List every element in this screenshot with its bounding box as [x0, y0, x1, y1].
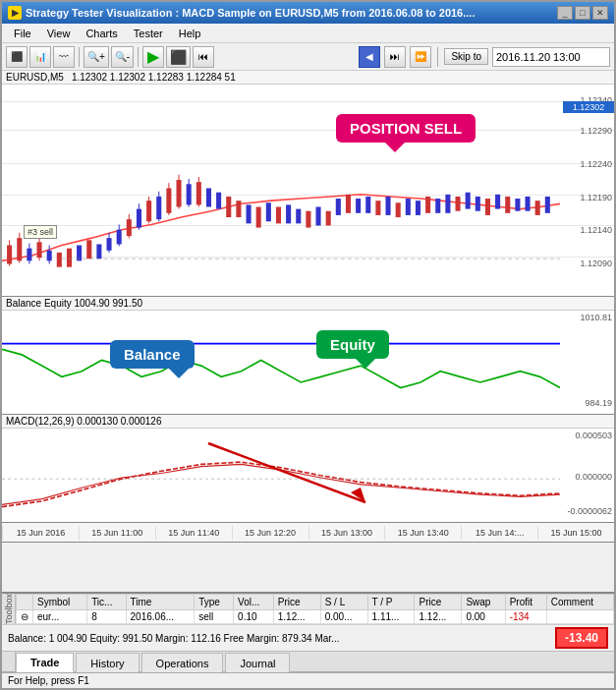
row-price: 1.12... — [273, 609, 320, 623]
toolbar-btn-2[interactable]: 📊 — [29, 46, 51, 68]
time-label-1: 15 Jun 11:00 — [79, 526, 155, 540]
col-icon — [17, 594, 33, 609]
svg-rect-43 — [286, 204, 291, 223]
svg-rect-46 — [316, 206, 321, 225]
tab-journal[interactable]: Journal — [225, 653, 290, 672]
row-time: 2016.06... — [126, 609, 195, 623]
toolbar-zoom-in[interactable]: 🔍+ — [84, 46, 109, 68]
svg-rect-40 — [256, 206, 261, 227]
menu-charts[interactable]: Charts — [78, 26, 125, 41]
time-label-5: 15 Jun 13:40 — [384, 526, 461, 540]
position-sell-label: Position SELL — [350, 120, 462, 137]
price-chart-header: EURUSD,M5 1.12302 1.12302 1.12283 1.1228… — [2, 71, 614, 85]
col-type: Type — [195, 594, 234, 609]
row-sl: 0.00... — [320, 609, 367, 623]
menu-tester[interactable]: Tester — [126, 26, 171, 41]
trade-table-area: Toolbox Symbol Tic... Time Type Vol... P… — [2, 594, 614, 624]
menu-file[interactable]: File — [6, 26, 39, 41]
trade-table[interactable]: Symbol Tic... Time Type Vol... Price S /… — [16, 594, 614, 624]
tab-operations[interactable]: Operations — [141, 653, 224, 672]
col-tp: T / P — [367, 594, 415, 609]
current-price-label: 1.12302 — [563, 101, 614, 113]
position-sell-callout: Position SELL — [336, 114, 476, 143]
menu-view[interactable]: View — [39, 26, 79, 41]
time-label-6: 15 Jun 14:... — [461, 526, 537, 540]
toolbar-back[interactable]: ⏮ — [193, 46, 214, 68]
skip-label[interactable]: Skip to — [444, 48, 488, 65]
tabs-strip — [2, 652, 16, 671]
svg-rect-39 — [247, 204, 252, 223]
svg-rect-58 — [435, 199, 440, 213]
svg-rect-57 — [425, 197, 430, 213]
macd-chart[interactable]: MACD(12,26,9) 0.000130 0.000126 0.000503… — [2, 415, 614, 523]
svg-rect-69 — [545, 197, 550, 213]
nav-btn-3[interactable]: ⏩ — [410, 46, 431, 68]
price-chart-canvas: 1.12340 1.12290 1.12240 1.12190 1.12140 … — [2, 85, 614, 292]
toolbar: ⬛ 📊 〰 🔍+ 🔍- ▶ ⬛ ⏮ ◀ ⏭ ⏩ Skip to — [2, 43, 614, 71]
price-symbol: EURUSD,M5 — [6, 72, 64, 83]
status-bar: Balance: 1 004.90 Equity: 991.50 Margin:… — [2, 624, 614, 651]
svg-rect-50 — [356, 199, 361, 213]
skip-input[interactable] — [492, 47, 610, 67]
toolbar-sep-2 — [138, 47, 139, 67]
toolbar-sep-3 — [437, 47, 438, 67]
row-icon: ⊖ — [17, 609, 33, 623]
minimize-button[interactable]: _ — [557, 6, 573, 20]
col-profit: Profit — [505, 594, 546, 609]
equity-callout: Equity — [316, 330, 389, 359]
row-ticket: 8 — [87, 609, 126, 623]
close-button[interactable]: ✕ — [592, 6, 608, 20]
balance-callout: Balance — [110, 340, 195, 369]
table-row[interactable]: ⊖ eur... 8 2016.06... sell 0.10 1.12... … — [17, 609, 614, 623]
time-label-4: 15 Jun 13:00 — [308, 526, 385, 540]
col-symbol: Symbol — [33, 594, 87, 609]
row-current-price: 1.12... — [415, 609, 462, 623]
menu-help[interactable]: Help — [171, 26, 209, 41]
price-label-4: 1.12190 — [580, 193, 612, 202]
toolbar-btn-1[interactable]: ⬛ — [6, 46, 28, 68]
title-bar-buttons: _ □ ✕ — [557, 6, 608, 20]
equity-header-text: Balance Equity 1004.90 991.50 — [6, 298, 142, 309]
price-values: 1.12302 1.12302 1.12283 1.12284 51 — [72, 72, 236, 83]
title-bar-left: ▶ Strategy Tester Visualization : MACD S… — [8, 6, 475, 20]
svg-rect-49 — [346, 195, 351, 213]
footer: For Help, press F1 — [2, 671, 614, 688]
time-label-2: 15 Jun 11:40 — [155, 526, 232, 540]
app-icon: ▶ — [8, 6, 22, 20]
svg-rect-51 — [365, 197, 370, 213]
maximize-button[interactable]: □ — [575, 6, 590, 20]
toolbar-stop[interactable]: ⬛ — [166, 46, 191, 68]
price-chart[interactable]: EURUSD,M5 1.12302 1.12302 1.12283 1.1228… — [2, 71, 614, 297]
price-label-5: 1.12140 — [580, 225, 612, 235]
equity-high: 1010.81 — [580, 313, 612, 322]
col-time: Time — [126, 594, 195, 609]
tab-trade[interactable]: Trade — [16, 653, 74, 672]
toolbox-strip: Toolbox — [2, 594, 16, 624]
title-bar: ▶ Strategy Tester Visualization : MACD S… — [2, 2, 614, 24]
status-text: Balance: 1 004.90 Equity: 991.50 Margin:… — [8, 633, 555, 644]
profit-value: -13.40 — [555, 627, 608, 649]
svg-rect-65 — [505, 197, 510, 213]
svg-rect-60 — [456, 197, 461, 211]
col-vol: Vol... — [234, 594, 274, 609]
toolbar-play[interactable]: ▶ — [142, 46, 164, 68]
macd-chart-canvas: 0.000503 0.000000 -0.0000062 — [2, 429, 614, 518]
trade-data-table: Symbol Tic... Time Type Vol... Price S /… — [16, 594, 614, 624]
toolbar-btn-3[interactable]: 〰 — [53, 46, 75, 68]
equity-chart[interactable]: Balance Equity 1004.90 991.50 1010.81 98… — [2, 297, 614, 415]
svg-rect-36 — [216, 193, 221, 209]
charts-area: EURUSD,M5 1.12302 1.12302 1.12283 1.1228… — [2, 71, 614, 592]
col-ticket: Tic... — [87, 594, 126, 609]
bottom-panel: Toolbox Symbol Tic... Time Type Vol... P… — [2, 592, 614, 671]
svg-rect-13 — [86, 240, 91, 259]
col-current: Price — [415, 594, 462, 609]
svg-line-72 — [208, 443, 365, 502]
nav-btn-1[interactable]: ◀ — [359, 46, 380, 68]
tab-history[interactable]: History — [76, 653, 139, 672]
row-type: sell — [195, 609, 234, 623]
svg-rect-55 — [406, 199, 411, 215]
toolbar-zoom-out[interactable]: 🔍- — [111, 46, 134, 68]
svg-rect-59 — [445, 195, 450, 213]
main-window: ▶ Strategy Tester Visualization : MACD S… — [0, 0, 616, 690]
nav-btn-2[interactable]: ⏭ — [384, 46, 406, 68]
